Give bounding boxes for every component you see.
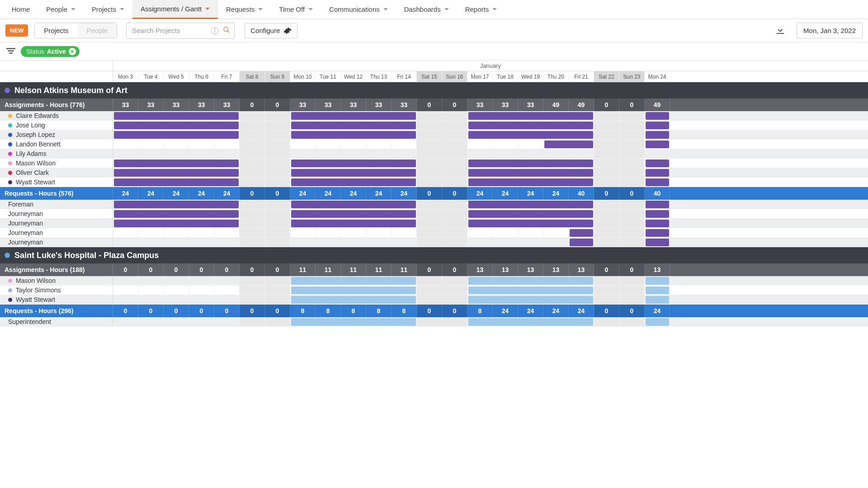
- search-input[interactable]: [126, 23, 235, 39]
- configure-button[interactable]: Configure: [245, 23, 297, 38]
- gantt-bar[interactable]: [646, 318, 669, 326]
- gantt-bar[interactable]: [114, 131, 239, 139]
- gantt-bar[interactable]: [646, 210, 669, 218]
- day-cell[interactable]: Thu 6: [189, 71, 214, 82]
- day-cell[interactable]: Fri 21: [569, 71, 594, 82]
- assignments-header[interactable]: Assignments - Hours (188)000000011111111…: [0, 263, 868, 276]
- role-row[interactable]: Journeyman: [0, 219, 868, 228]
- gantt-bar[interactable]: [646, 296, 669, 304]
- gantt-bar[interactable]: [646, 220, 669, 227]
- day-cell[interactable]: Mon 10: [290, 71, 316, 82]
- role-row[interactable]: Journeyman: [0, 209, 868, 219]
- day-cell[interactable]: Sat 8: [240, 71, 265, 82]
- gantt-bar[interactable]: [468, 178, 593, 186]
- day-cell[interactable]: Sun 9: [265, 71, 290, 82]
- nav-item-requests[interactable]: Requests: [218, 0, 271, 19]
- gantt-bar[interactable]: [646, 112, 669, 120]
- gantt-bar[interactable]: [114, 178, 239, 186]
- day-cell[interactable]: Fri 14: [392, 71, 417, 82]
- gantt-bar[interactable]: [570, 229, 593, 237]
- nav-item-reports[interactable]: Reports: [457, 0, 505, 19]
- day-cell[interactable]: Tue 18: [493, 71, 518, 82]
- search-icon[interactable]: [220, 24, 233, 37]
- day-cell[interactable]: Wed 19: [518, 71, 543, 82]
- segment-projects[interactable]: Projects: [35, 23, 77, 38]
- nav-item-communications[interactable]: Communications: [321, 0, 396, 19]
- day-cell[interactable]: Wed 12: [341, 71, 366, 82]
- requests-header[interactable]: Requests - Hours (576)242424242400242424…: [0, 187, 868, 200]
- gantt-bar[interactable]: [114, 201, 239, 208]
- segment-people[interactable]: People: [78, 23, 117, 38]
- nav-item-people[interactable]: People: [38, 0, 84, 19]
- person-row[interactable]: Landon Bennett: [0, 140, 868, 149]
- person-row[interactable]: Joseph Lopez: [0, 130, 868, 140]
- role-row[interactable]: Foreman: [0, 200, 868, 209]
- gantt-bar[interactable]: [291, 318, 416, 326]
- gantt-bar[interactable]: [468, 112, 593, 120]
- role-row[interactable]: Journeyman: [0, 238, 868, 247]
- gantt-bar[interactable]: [468, 286, 593, 294]
- gantt-bar[interactable]: [468, 131, 593, 139]
- gantt-bar[interactable]: [291, 220, 416, 227]
- gantt-bar[interactable]: [114, 160, 239, 167]
- gantt-bar[interactable]: [646, 160, 669, 167]
- day-cell[interactable]: Mon 3: [113, 71, 138, 82]
- gantt-bar[interactable]: [291, 131, 416, 139]
- day-cell[interactable]: Sat 15: [417, 71, 442, 82]
- gantt-bar[interactable]: [468, 160, 593, 167]
- gantt-bar[interactable]: [114, 220, 239, 227]
- gantt-bar[interactable]: [646, 122, 669, 129]
- day-cell[interactable]: Sun 16: [442, 71, 467, 82]
- gantt-bar[interactable]: [468, 296, 593, 304]
- gantt-bar[interactable]: [291, 201, 416, 208]
- person-row[interactable]: Wyatt Stewart: [0, 178, 868, 187]
- gantt-bar[interactable]: [114, 210, 239, 218]
- gantt-bar[interactable]: [646, 229, 669, 237]
- gantt-bar[interactable]: [646, 131, 669, 139]
- date-picker[interactable]: Mon, Jan 3, 2022: [797, 23, 863, 38]
- gantt-bar[interactable]: [114, 112, 239, 120]
- download-icon[interactable]: [775, 24, 788, 37]
- gantt-bar[interactable]: [291, 277, 416, 285]
- project-header[interactable]: Saint Luke's Hospital - Plaza Campus: [0, 247, 868, 263]
- gantt-bar[interactable]: [291, 122, 416, 129]
- gantt-bar[interactable]: [646, 201, 669, 208]
- nav-item-home[interactable]: Home: [4, 0, 38, 19]
- person-row[interactable]: Taylor Simmons: [0, 286, 868, 295]
- person-row[interactable]: Jose Long: [0, 121, 868, 130]
- gantt-bar[interactable]: [646, 169, 669, 177]
- gantt-bar[interactable]: [646, 178, 669, 186]
- day-cell[interactable]: Sat 22: [594, 71, 619, 82]
- gantt-bar[interactable]: [291, 169, 416, 177]
- info-icon[interactable]: i: [211, 27, 218, 34]
- day-cell[interactable]: Fri 7: [214, 71, 240, 82]
- gantt-bar[interactable]: [570, 239, 593, 246]
- gantt-bar[interactable]: [291, 160, 416, 167]
- day-cell[interactable]: Thu 20: [543, 71, 569, 82]
- gantt-bar[interactable]: [468, 220, 593, 227]
- nav-item-assignments-gantt[interactable]: Assignments / Gantt: [132, 0, 218, 19]
- assignments-header[interactable]: Assignments - Hours (776)333333333300333…: [0, 99, 868, 111]
- role-row[interactable]: Journeyman: [0, 228, 868, 238]
- gantt-bar[interactable]: [646, 277, 669, 285]
- gantt-bar[interactable]: [646, 239, 669, 246]
- person-row[interactable]: Lily Adams: [0, 149, 868, 159]
- person-row[interactable]: Claire Edwards: [0, 111, 868, 121]
- gantt-bar[interactable]: [291, 112, 416, 120]
- day-cell[interactable]: Sun 23: [619, 71, 645, 82]
- day-cell[interactable]: Mon 17: [467, 71, 493, 82]
- gantt-bar[interactable]: [468, 318, 593, 326]
- gantt-bar[interactable]: [646, 141, 669, 148]
- close-icon[interactable]: ✕: [69, 48, 76, 55]
- gantt-bar[interactable]: [468, 169, 593, 177]
- gantt-bar[interactable]: [291, 286, 416, 294]
- gantt-bar[interactable]: [468, 210, 593, 218]
- gantt-bar[interactable]: [544, 141, 593, 148]
- gantt-bar[interactable]: [291, 296, 416, 304]
- new-button[interactable]: NEW: [5, 24, 28, 37]
- nav-item-time-off[interactable]: Time Off: [271, 0, 321, 19]
- person-row[interactable]: Wyatt Stewart: [0, 295, 868, 305]
- day-cell[interactable]: Mon 24: [645, 71, 670, 82]
- filter-icon[interactable]: [6, 48, 15, 55]
- day-cell[interactable]: Thu 13: [366, 71, 392, 82]
